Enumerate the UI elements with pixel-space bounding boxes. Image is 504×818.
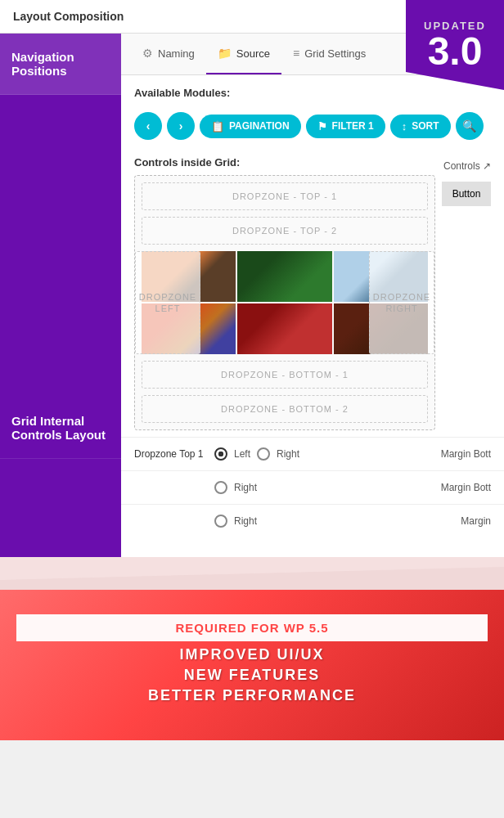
dropzone-top-1[interactable]: DROPZONE - TOP - 1 [142, 182, 428, 210]
radio-left-1[interactable] [214, 447, 227, 461]
dropzone-top1-label: Dropzone Top 1 [134, 448, 208, 460]
tab-naming-label: Naming [158, 47, 195, 60]
next-button[interactable]: › [167, 112, 195, 140]
controls-bar: ‹ › 📋 PAGINATION ⚑ FILTER 1 ↕ SORT 🔍 [121, 107, 504, 150]
tab-grid-settings[interactable]: ≡ Grid Settings [281, 34, 377, 74]
bottom-row-1: Dropzone Top 1 Left Right Margin Bott [121, 437, 504, 470]
promo-line-1: IMPROVED UI/UX [16, 646, 488, 663]
dropzone-bottom-2[interactable]: DROPZONE - BOTTOM - 2 [142, 395, 428, 423]
tab-source-label: Source [236, 47, 270, 60]
option-left-1: Left [234, 448, 250, 460]
sort-button[interactable]: ↕ SORT [390, 115, 451, 138]
promo-content: REQUIRED FOR WP 5.5 IMPROVED UI/UX NEW F… [16, 614, 488, 704]
option-right-3: Right [234, 515, 257, 527]
folder-icon: 📁 [218, 47, 232, 60]
tab-naming[interactable]: ⚙ Naming [131, 34, 206, 74]
controls-inside-grid-label: Controls inside Grid: [134, 156, 240, 169]
filter-icon: ⚑ [317, 120, 327, 133]
pagination-icon: 📋 [211, 120, 224, 133]
promo-banner: REQUIRED FOR WP 5.5 IMPROVED UI/UX NEW F… [0, 590, 504, 740]
tab-grid-settings-label: Grid Settings [304, 47, 366, 60]
dropzone-right[interactable]: DROPZONERIGHT [369, 251, 434, 354]
dropzone-top-2[interactable]: DROPZONE - TOP - 2 [142, 217, 428, 245]
layout-wrapper: Navigation Positions Grid Internal Contr… [0, 34, 504, 557]
gear-icon: ⚙ [142, 47, 153, 60]
tab-source[interactable]: 📁 Source [206, 34, 281, 74]
option-margin-2: Margin Bott [441, 482, 491, 493]
promo-line-2: NEW FEATURES [16, 667, 488, 684]
option-margin-3: Margin [461, 515, 491, 527]
grid-container: DROPZONE - TOP - 1 DROPZONE - TOP - 2 [134, 175, 435, 430]
available-modules-label: Available Modules: [121, 75, 504, 107]
option-right-2: Right [234, 482, 257, 493]
search-icon: 🔍 [462, 119, 476, 133]
controls-inside-row: DROPZONE - TOP - 1 DROPZONE - TOP - 2 [134, 175, 491, 430]
radio-right-1[interactable] [257, 447, 270, 461]
sidebar-item-label: Navigation Positions [11, 50, 74, 78]
sort-icon: ↕ [402, 120, 407, 133]
sort-label: SORT [412, 120, 439, 132]
pagination-label: PAGINATION [229, 120, 290, 132]
option-right-1: Right [277, 448, 299, 460]
image-cell-2 [237, 251, 331, 302]
sidebar: Navigation Positions Grid Internal Contr… [0, 34, 121, 557]
option-margin-1: Margin Bott [441, 448, 491, 460]
image-grid-area: DROPZONELEFT DROPZONERIGHT [142, 251, 428, 354]
prev-button[interactable]: ‹ [134, 112, 162, 140]
filter1-button[interactable]: ⚑ FILTER 1 [306, 115, 385, 138]
dropzone-bottom-1[interactable]: DROPZONE - BOTTOM - 1 [142, 361, 428, 389]
menu-icon: ≡ [293, 47, 299, 60]
side-panel: Button [442, 175, 491, 430]
sidebar-item-label: Grid Internal Controls Layout [11, 414, 106, 442]
filter1-label: FILTER 1 [332, 120, 374, 132]
image-cell-5 [237, 303, 331, 354]
search-button[interactable]: 🔍 [456, 112, 484, 140]
sidebar-item-navigation-positions[interactable]: Navigation Positions [0, 34, 121, 95]
controls-right-label: Controls ↗ [443, 160, 491, 172]
radio-right-2[interactable] [214, 481, 227, 494]
version-number: 3.0 [428, 32, 483, 71]
grid-section: Controls inside Grid: Controls ↗ DROPZON… [121, 150, 504, 437]
side-button[interactable]: Button [442, 182, 491, 206]
promo-line-3: BETTER PERFORMANCE [16, 687, 488, 704]
radio-right-3[interactable] [214, 515, 227, 528]
dropzone-left[interactable]: DROPZONELEFT [135, 251, 200, 354]
main-content: ⚙ Naming 📁 Source ≡ Grid Settings Availa… [121, 34, 504, 557]
bottom-row-2: Right Margin Bott [121, 470, 504, 504]
app-title: Layout Composition [13, 10, 124, 23]
promo-required: REQUIRED FOR WP 5.5 [16, 614, 488, 641]
sidebar-item-grid-internal-controls[interactable]: Grid Internal Controls Layout [0, 398, 121, 459]
promo-wrapper: REQUIRED FOR WP 5.5 IMPROVED UI/UX NEW F… [0, 557, 504, 740]
bottom-row-3: Right Margin [121, 504, 504, 537]
pagination-button[interactable]: 📋 PAGINATION [200, 115, 301, 138]
